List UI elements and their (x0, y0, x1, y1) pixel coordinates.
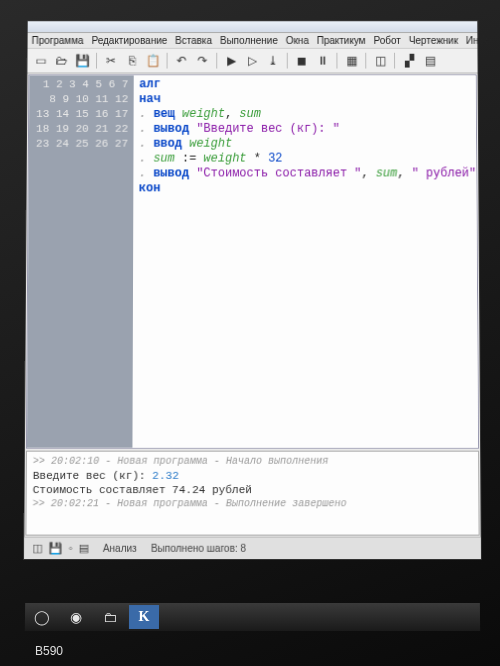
keyword: вывод (153, 167, 189, 181)
comma: , (225, 107, 239, 121)
code-editor[interactable]: 1 2 3 4 5 6 7 8 9 10 11 12 13 14 15 16 1… (26, 74, 479, 448)
line-gutter: 1 2 3 4 5 6 7 8 9 10 11 12 13 14 15 16 1… (27, 75, 133, 447)
status-steps: Выполнено шагов: 8 (151, 543, 246, 554)
identifier: weight (204, 152, 247, 166)
menu-insert[interactable]: Вставка (175, 35, 212, 46)
menu-run[interactable]: Выполнение (220, 35, 278, 46)
indent-dot: . (139, 167, 153, 181)
identifier: sum (239, 107, 261, 121)
grid-icon[interactable]: ▦ (342, 52, 360, 70)
kumir-app-icon[interactable]: K (129, 605, 159, 629)
output-result: Стоимость составляет 74.24 рублей (33, 483, 473, 497)
identifier: sum (376, 167, 398, 181)
run-icon[interactable]: ▶ (222, 52, 240, 70)
cut-icon[interactable]: ✂ (102, 52, 120, 70)
undo-icon[interactable]: ↶ (173, 52, 191, 70)
comma: , (397, 167, 411, 181)
save-icon[interactable]: 💾 (73, 52, 91, 70)
identifier: weight (182, 137, 232, 151)
menu-windows[interactable]: Окна (286, 35, 309, 46)
window-icon[interactable]: ◫ (371, 52, 389, 70)
separator (287, 53, 288, 69)
operator: * (247, 152, 269, 166)
chrome-icon[interactable]: ◉ (61, 605, 91, 629)
separator (336, 53, 337, 69)
open-icon[interactable]: 🗁 (52, 52, 70, 70)
menu-drafter[interactable]: Чертежник (409, 35, 458, 46)
indent-dot: . (139, 107, 153, 121)
step-over-icon[interactable]: ⤓ (264, 52, 282, 70)
menu-robot[interactable]: Робот (374, 35, 401, 46)
menubar: Программа Редактирование Вставка Выполне… (28, 33, 478, 49)
laptop-model-label: B590 (35, 644, 63, 658)
tiles-icon[interactable]: ▤ (421, 52, 439, 70)
separator (96, 53, 97, 69)
statusbar: ◫ 💾 ◦ ▤ Анализ Выполнено шагов: 8 (24, 537, 481, 559)
keyword: нач (139, 92, 161, 106)
paste-icon[interactable]: 📋 (144, 52, 162, 70)
separator (365, 53, 366, 69)
menu-program[interactable]: Программа (32, 35, 84, 46)
comma: , (361, 167, 375, 181)
status-dot-icon[interactable]: ◦ (69, 542, 73, 555)
user-input-value: 2.32 (152, 470, 179, 482)
keyword: кон (139, 181, 161, 195)
identifier: sum (153, 152, 175, 166)
string: " рублей" (412, 167, 477, 181)
files-icon[interactable]: 🗀 (95, 605, 125, 629)
keyword: алг (139, 77, 161, 91)
output-meta-start: >> 20:02:10 - Новая программа - Начало в… (33, 455, 472, 469)
status-icon[interactable]: ◫ (32, 542, 42, 555)
indent-dot: . (139, 152, 153, 166)
toolbar: ▭ 🗁 💾 ✂ ⎘ 📋 ↶ ↷ ▶ ▷ ⤓ ◼ ⏸ ▦ ◫ ▞ ▤ (27, 49, 477, 74)
status-grid-icon[interactable]: ▤ (79, 542, 89, 555)
menu-edit[interactable]: Редактирование (92, 35, 168, 46)
status-analysis: Анализ (103, 543, 137, 554)
separator (394, 53, 395, 69)
output-meta-end: >> 20:02:21 - Новая программа - Выполнен… (33, 497, 473, 511)
pause-icon[interactable]: ⏸ (314, 52, 332, 70)
separator (216, 53, 217, 69)
copy-icon[interactable]: ⎘ (123, 52, 141, 70)
menu-practicum[interactable]: Практикум (317, 35, 366, 46)
code-content[interactable]: алг нач . вещ weight, sum . вывод "Введи… (132, 75, 478, 447)
string: "Введите вес (кг): " (189, 122, 340, 136)
number: 32 (268, 152, 282, 166)
step-icon[interactable]: ▷ (243, 52, 261, 70)
redo-icon[interactable]: ↷ (193, 52, 211, 70)
palette-icon[interactable]: ▞ (400, 52, 418, 70)
menu-info[interactable]: Инфо (466, 35, 492, 46)
os-taskbar[interactable]: ◯ ◉ 🗀 K (25, 603, 480, 631)
string: "Стоимость составляет " (189, 167, 361, 181)
new-file-icon[interactable]: ▭ (31, 52, 49, 70)
operator: := (175, 152, 204, 166)
keyword: вывод (153, 122, 189, 136)
output-prompt-line: Введите вес (кг): 2.32 (33, 469, 472, 483)
separator (167, 53, 168, 69)
stop-icon[interactable]: ◼ (293, 52, 311, 70)
app-window: Программа Редактирование Вставка Выполне… (23, 20, 482, 560)
keyword: вещ (153, 107, 175, 121)
output-panel[interactable]: >> 20:02:10 - Новая программа - Начало в… (25, 451, 479, 536)
identifier: weight (175, 107, 225, 121)
start-button[interactable]: ◯ (27, 605, 57, 629)
save-status-icon[interactable]: 💾 (48, 542, 62, 555)
keyword: ввод (153, 137, 182, 151)
indent-dot: . (139, 122, 153, 136)
indent-dot: . (139, 137, 153, 151)
titlebar[interactable] (28, 21, 478, 33)
